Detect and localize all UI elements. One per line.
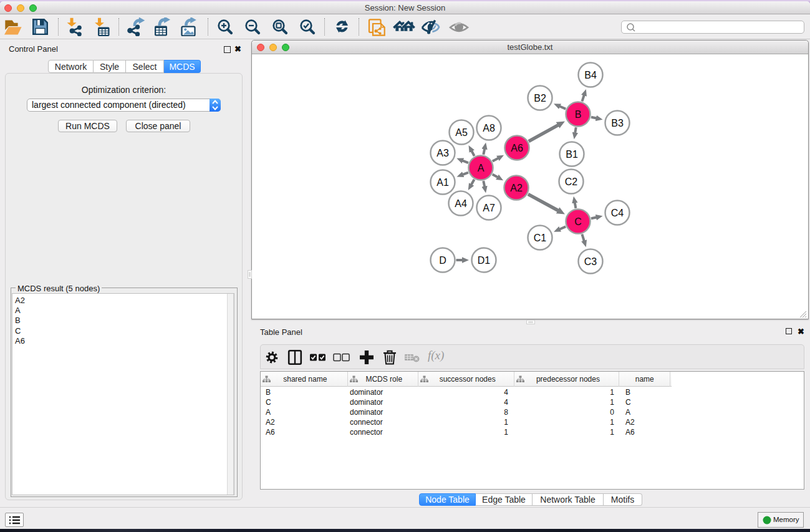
- svg-text:B4: B4: [584, 70, 597, 80]
- svg-text:A4: A4: [455, 198, 467, 209]
- svg-text:A6: A6: [511, 143, 523, 153]
- svg-text:D1: D1: [478, 255, 491, 266]
- svg-text:A2: A2: [510, 183, 523, 193]
- svg-text:A1: A1: [436, 177, 449, 188]
- svg-text:D: D: [439, 255, 446, 266]
- svg-text:C2: C2: [565, 177, 578, 187]
- svg-text:A: A: [478, 163, 485, 173]
- svg-text:C: C: [574, 216, 582, 227]
- svg-text:A3: A3: [436, 148, 449, 158]
- svg-text:C1: C1: [534, 233, 547, 243]
- svg-text:B: B: [575, 109, 582, 120]
- svg-text:B3: B3: [611, 118, 624, 128]
- svg-text:A8: A8: [483, 123, 495, 133]
- svg-text:A5: A5: [455, 127, 468, 138]
- svg-text:B1: B1: [566, 149, 578, 160]
- svg-text:C3: C3: [584, 256, 597, 267]
- svg-text:A7: A7: [483, 203, 495, 213]
- svg-text:B2: B2: [534, 93, 546, 104]
- svg-text:C4: C4: [611, 208, 624, 218]
